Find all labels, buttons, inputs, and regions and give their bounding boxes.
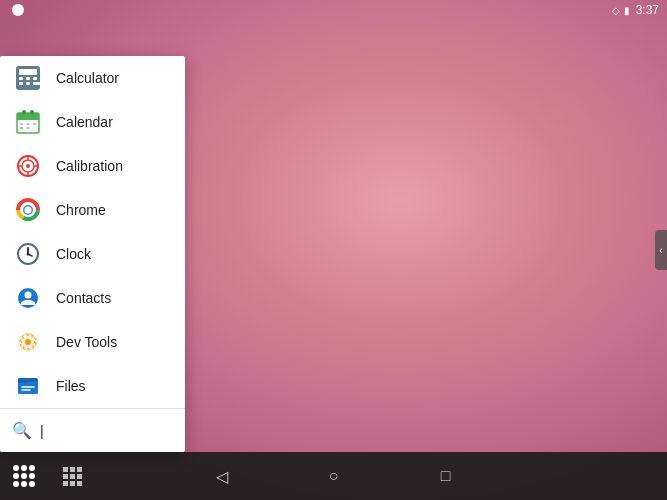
contacts-icon [16,286,40,310]
clock-icon [16,242,40,266]
svg-rect-38 [18,382,38,394]
svg-rect-1 [19,69,37,75]
svg-point-35 [25,339,31,345]
notification-icon [12,4,24,16]
app-item-devtools[interactable]: Dev Tools [0,320,185,364]
calibration-icon [16,154,40,178]
app-item-clock[interactable]: Clock [0,232,185,276]
svg-rect-7 [33,82,40,85]
svg-rect-3 [26,77,30,80]
back-button[interactable]: ◁ [206,460,238,492]
svg-rect-17 [27,127,30,129]
app-item-chrome[interactable]: Chrome [0,188,185,232]
svg-point-11 [22,110,26,114]
clock-display: 3:37 [636,3,659,17]
home-button[interactable]: ○ [318,460,350,492]
search-icon: 🔍 [12,421,32,440]
nav-buttons: ◁ ○ □ [0,452,667,500]
svg-point-27 [25,207,32,214]
svg-rect-15 [33,123,36,125]
app-name-files: Files [56,378,86,394]
svg-rect-16 [20,127,23,129]
recents-button[interactable]: □ [430,460,462,492]
right-edge-handle[interactable]: ‹ [655,230,667,270]
app-name-clock: Clock [56,246,91,262]
svg-point-20 [26,164,30,168]
signal-icon: ◇ [612,5,620,16]
app-item-calibration[interactable]: Calibration [0,144,185,188]
svg-point-12 [30,110,34,114]
svg-rect-5 [19,82,23,85]
chrome-icon [16,198,40,222]
devtools-icon [16,330,40,354]
app-name-calendar: Calendar [56,114,113,130]
svg-rect-14 [27,123,30,125]
app-item-contacts[interactable]: Contacts [0,276,185,320]
svg-rect-39 [18,378,27,383]
search-input[interactable] [40,423,185,439]
app-name-devtools: Dev Tools [56,334,117,350]
svg-rect-10 [17,117,39,120]
battery-icon: ▮ [624,5,630,16]
app-item-calendar[interactable]: Calendar [0,100,185,144]
app-list-popup: Calculator Calendar [0,56,185,452]
app-name-chrome: Chrome [56,202,106,218]
svg-rect-4 [33,77,37,80]
calendar-icon [16,110,40,134]
svg-point-33 [25,292,32,299]
files-icon [16,374,40,398]
svg-rect-2 [19,77,23,80]
search-bar: 🔍 ⋮ [0,408,185,452]
app-name-calculator: Calculator [56,70,119,86]
app-name-contacts: Contacts [56,290,111,306]
calculator-icon [16,66,40,90]
svg-rect-6 [26,82,30,85]
status-icons: ◇ ▮ 3:37 [612,3,659,17]
status-bar: ◇ ▮ 3:37 [0,0,667,20]
app-item-calculator[interactable]: Calculator [0,56,185,100]
svg-rect-13 [20,123,23,125]
app-name-calibration: Calibration [56,158,123,174]
app-item-files[interactable]: Files [0,364,185,408]
